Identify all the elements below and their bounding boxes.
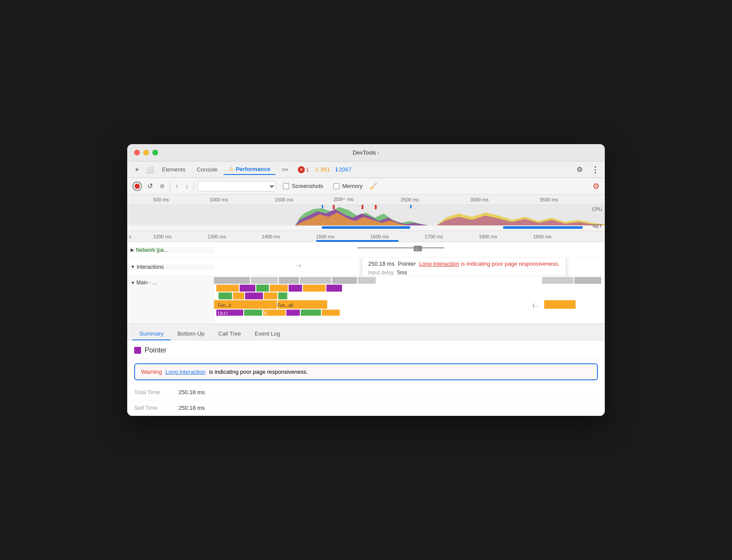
tooltip-warning-text: Long interaction is indicating poor page…	[419, 260, 560, 267]
settings-icon[interactable]: ⚙	[574, 164, 586, 176]
network-track-label: ▶ Network |pa...	[127, 247, 214, 253]
svg-rect-9	[322, 226, 410, 229]
devtools-inspect-icon[interactable]: ⌖	[131, 164, 143, 176]
overview-ruler: 500 ms 1000 ms 1500 ms 200⊢ ms 2500 ms 3…	[127, 194, 605, 205]
main-track-content[interactable]: Fun...li Fun...all t.b.t.r Xt (...	[214, 276, 605, 323]
upload-button[interactable]: ↑	[174, 182, 180, 191]
tab-performance[interactable]: ⚠ Performance	[224, 164, 275, 175]
tab-counts: ✕ 1 ⚠ 851 ℹ 2067	[298, 166, 352, 173]
zm-s: s	[129, 234, 132, 239]
t-marker: t...	[414, 246, 422, 251]
self-time-row: Self Time 250.18 ms	[127, 400, 605, 416]
ruler-mark-2500: 2500 ms	[401, 197, 419, 202]
warning-tag: Warning	[141, 369, 162, 375]
info-icon: ℹ	[336, 166, 338, 173]
zm-1800: 1800 ms	[479, 234, 497, 239]
devtools-window: DevTools - ⌖ ⬜ Elements Console ⚠ Perfor…	[127, 144, 605, 416]
memory-checkbox[interactable]	[333, 183, 340, 189]
minimize-button[interactable]	[143, 150, 149, 155]
interactions-collapse-icon[interactable]: ▼	[131, 264, 135, 269]
svg-rect-17	[332, 277, 357, 284]
tab-more[interactable]: >>	[276, 165, 293, 175]
main-track-row: ▼ Main - ...	[127, 276, 605, 324]
self-time-label: Self Time	[134, 405, 173, 411]
perf-settings-icon[interactable]: ⚙	[593, 181, 600, 191]
separator	[170, 181, 170, 191]
cpu-label: CPU	[592, 207, 602, 212]
svg-rect-26	[218, 293, 232, 300]
svg-rect-16	[300, 277, 331, 284]
svg-rect-25	[326, 285, 342, 292]
tab-call-tree[interactable]: Call Tree	[211, 328, 248, 340]
svg-rect-11	[322, 205, 323, 208]
record-bar: ↺ ⊘ ↑ ↓ ▾ Screenshots Memory 🧹 ⚙	[127, 178, 605, 194]
flame-parens: (...	[531, 301, 561, 310]
error-icon: ✕	[298, 166, 305, 173]
screenshots-checkbox-group: Screenshots	[283, 183, 323, 189]
cpu-chart-svg	[127, 205, 605, 231]
download-button[interactable]: ↓	[184, 182, 190, 191]
warning-banner: Warning Long interaction is indicating p…	[134, 363, 598, 380]
performance-warning-icon: ⚠	[229, 166, 234, 172]
network-expand-icon[interactable]: ▶	[131, 247, 134, 252]
profile-dropdown[interactable]	[198, 181, 276, 191]
tab-event-log[interactable]: Event Log	[248, 328, 287, 340]
warning-text: is indicating poor page responsiveness.	[209, 369, 308, 375]
memory-label: Memory	[342, 183, 363, 189]
svg-rect-30	[278, 293, 287, 300]
svg-rect-40	[574, 277, 601, 284]
interaction-tooltip: 250.18 ms Pointer Long interaction is in…	[362, 258, 566, 276]
device-toolbar-icon[interactable]: ⬜	[144, 164, 156, 176]
svg-rect-19	[216, 285, 239, 292]
svg-rect-14	[251, 277, 278, 284]
track-area: ▶ Network |pa... t... ▼ Interactions	[127, 242, 605, 324]
svg-rect-37	[301, 310, 321, 316]
ruler-mark-1500: 1500 ms	[275, 197, 293, 202]
svg-rect-13	[214, 277, 250, 284]
record-button[interactable]	[132, 181, 142, 191]
zm-1300: 1300 ms	[208, 234, 226, 239]
zm-1500: 1500 ms	[316, 234, 334, 239]
bottom-tabs: Summary Bottom-Up Call Tree Event Log	[127, 324, 605, 340]
network-track-content[interactable]: t...	[214, 242, 605, 257]
svg-rect-6	[333, 205, 335, 209]
close-button[interactable]	[134, 150, 140, 155]
tooltip-long-interaction-link[interactable]: Long interaction	[419, 260, 459, 267]
ruler-mark-1000: 1000 ms	[210, 197, 228, 202]
warning-icon: ⚠	[314, 166, 320, 173]
network-bar-line	[357, 247, 444, 248]
tab-summary[interactable]: Summary	[132, 328, 171, 340]
interactions-track-content[interactable]: ⊣ Pointer 250.18 ms Pointer	[214, 258, 605, 276]
perf-gear-icon: ⚙	[593, 182, 600, 191]
zm-1700: 1700 ms	[425, 234, 443, 239]
more-options-icon[interactable]: ⋮	[589, 164, 601, 176]
svg-rect-34	[244, 310, 262, 316]
interactions-label-text: Interactions	[137, 264, 164, 270]
reload-record-button[interactable]: ↺	[145, 181, 155, 191]
tab-bottom-up[interactable]: Bottom-Up	[171, 328, 211, 340]
tab-bar: ⌖ ⬜ Elements Console ⚠ Performance >> ✕ …	[127, 161, 605, 178]
svg-rect-39	[542, 277, 573, 284]
svg-rect-10	[503, 226, 583, 229]
tab-elements[interactable]: Elements	[157, 165, 191, 175]
clear-button[interactable]: ⊘	[158, 182, 166, 190]
svg-rect-36	[287, 310, 300, 316]
interactions-track-row: ▼ Interactions ⊣ Pointer	[127, 258, 605, 276]
screenshots-checkbox[interactable]	[283, 183, 289, 189]
ruler-mark-2000: 200⊢ ms	[333, 197, 353, 202]
maximize-button[interactable]	[152, 150, 158, 155]
svg-rect-8	[375, 205, 376, 209]
tab-console[interactable]: Console	[191, 165, 223, 175]
warning-count: ⚠ 851	[314, 166, 330, 173]
memory-brush-icon[interactable]: 🧹	[368, 182, 379, 191]
warning-link[interactable]: Long interaction	[165, 369, 206, 375]
main-collapse-icon[interactable]: ▼	[131, 280, 135, 285]
total-time-row: Total Time 250.18 ms	[127, 385, 605, 400]
zm-1200: 1200 ms	[153, 234, 171, 239]
zm-1400: 1400 ms	[262, 234, 280, 239]
pointer-color-icon	[134, 347, 141, 354]
cpu-net-chart[interactable]: CPU NET	[127, 205, 605, 231]
timeline-container: 500 ms 1000 ms 1500 ms 200⊢ ms 2500 ms 3…	[127, 194, 605, 324]
svg-rect-18	[358, 277, 376, 284]
ruler-mark-3500: 3500 ms	[540, 197, 558, 202]
